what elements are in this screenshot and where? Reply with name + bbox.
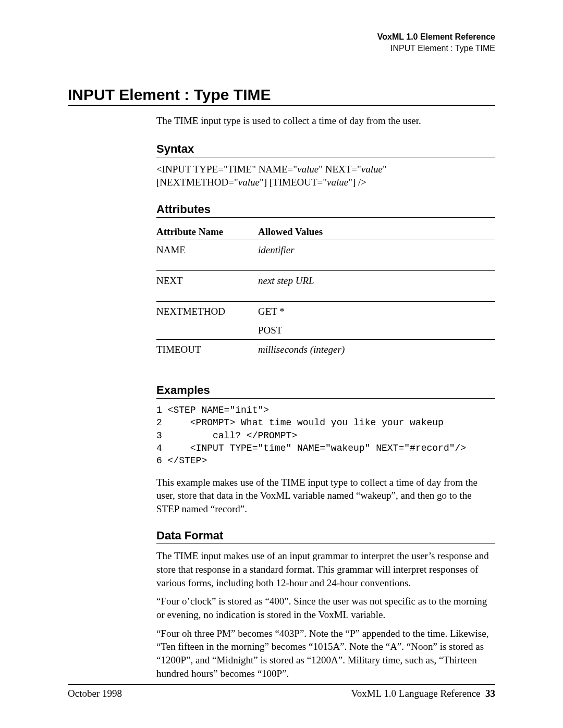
syntax-value: value — [361, 164, 383, 175]
syntax-block: <INPUT TYPE="TIME" NAME="value" NEXT="va… — [156, 163, 495, 189]
table-header-values: Allowed Values — [258, 223, 495, 240]
attr-value: POST — [258, 320, 495, 340]
table-row: POST — [156, 320, 495, 340]
table-header-name: Attribute Name — [156, 223, 258, 240]
table-row: NEXTMETHOD GET * — [156, 302, 495, 321]
table-row: TIMEOUT milliseconds (integer) — [156, 340, 495, 371]
attr-value: next step URL — [258, 271, 495, 302]
table-row: NEXT next step URL — [156, 271, 495, 302]
section-head-syntax: Syntax — [156, 142, 495, 157]
syntax-value: value — [238, 177, 260, 188]
example-code: 1 <STEP NAME="init"> 2 <PROMPT> What tim… — [156, 404, 495, 467]
footer-page-number: 33 — [485, 688, 495, 699]
page-footer: October 1998 VoxML 1.0 Language Referenc… — [68, 684, 495, 699]
syntax-text: " NEXT=" — [319, 164, 361, 175]
example-description: This example makes use of the TIME input… — [156, 476, 495, 516]
syntax-text: "] [TIMEOUT=" — [260, 177, 327, 188]
attr-value: milliseconds (integer) — [258, 340, 495, 371]
running-header-title: VoxML 1.0 Element Reference — [68, 31, 495, 43]
table-row: NAME identifier — [156, 240, 495, 271]
footer-date: October 1998 — [68, 688, 122, 699]
attr-value: GET * — [258, 302, 495, 321]
running-header: VoxML 1.0 Element Reference INPUT Elemen… — [68, 31, 495, 55]
syntax-text: " — [383, 164, 387, 175]
attr-value: identifier — [258, 240, 495, 271]
attr-name: TIMEOUT — [156, 340, 258, 371]
attributes-table: Attribute Name Allowed Values NAME ident… — [156, 223, 495, 370]
footer-ref: VoxML 1.0 Language Reference 33 — [351, 688, 495, 699]
attr-name: NEXTMETHOD — [156, 302, 258, 321]
syntax-value: value — [297, 164, 319, 175]
dataformat-para-3: “Four oh three PM” becomes “403P”. Note … — [156, 627, 495, 681]
dataformat-para-1: The TIME input makes use of an input gra… — [156, 549, 495, 589]
attr-name: NAME — [156, 240, 258, 271]
syntax-text: "] /> — [348, 177, 366, 188]
syntax-text: <INPUT TYPE="TIME" NAME=" — [156, 164, 297, 175]
section-head-attributes: Attributes — [156, 203, 495, 218]
syntax-value: value — [327, 177, 348, 188]
section-head-examples: Examples — [156, 384, 495, 399]
intro-paragraph: The TIME input type is used to collect a… — [156, 115, 495, 127]
page-title: INPUT Element : Type TIME — [68, 86, 495, 106]
running-header-subtitle: INPUT Element : Type TIME — [68, 43, 495, 54]
syntax-text: [NEXTMETHOD=" — [156, 177, 238, 188]
footer-ref-text: VoxML 1.0 Language Reference — [351, 688, 481, 699]
attr-name: NEXT — [156, 271, 258, 302]
section-head-dataformat: Data Format — [156, 529, 495, 544]
dataformat-para-2: “Four o’clock” is stored as “400”. Since… — [156, 595, 495, 621]
attr-name — [156, 320, 258, 340]
